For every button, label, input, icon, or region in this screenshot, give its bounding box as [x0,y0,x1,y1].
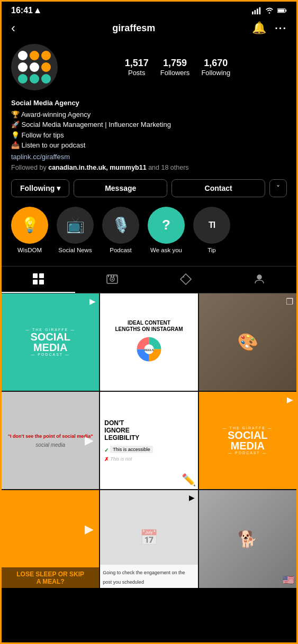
post-5[interactable]: DON'TIGNORELEGIBILITY ✓ This is accessib… [100,392,197,489]
svg-marker-0 [35,8,40,13]
svg-rect-17 [111,275,112,277]
posts-grid: — THE GIRAFFE — SOCIALMEDIA — PODCAST — … [2,293,296,588]
bio-link[interactable]: taplink.cc/giraffesm [11,152,287,162]
post-drawing-bg: 🎨 [199,293,296,391]
message-button[interactable]: Message [74,179,167,197]
play-icon-4: ▶ [85,434,94,447]
avatar-dot-5 [30,62,39,72]
svg-rect-2 [255,10,256,14]
stories-row: 💡 WisDOM 📺 Social News 🎙️ Podcast ? We a… [11,205,287,261]
multi-icon-3: ❐ [286,297,293,307]
tab-tagged[interactable] [149,266,223,293]
notification-bell-icon[interactable]: 🔔 [252,21,266,35]
story-circle-wisdom: 💡 [11,207,48,244]
status-time: 16:41 [11,6,40,15]
post-3[interactable]: 🎨 ❐ [199,293,296,391]
post-9[interactable]: 🐕 🇺🇸 [199,490,296,587]
avatar-dot-8 [30,74,39,84]
reel-play-icon-1: ▶ [89,297,96,306]
stat-following-label: Following [201,69,230,77]
grid-icon [32,273,45,286]
profile-section: 1,517 Posts 1,759 Followers 1,670 Follow… [2,41,296,266]
following-label: Following [20,184,55,192]
post-1[interactable]: — THE GIRAFFE — SOCIALMEDIA — PODCAST — … [2,293,99,391]
story-item-social-news[interactable]: 📺 Social News [57,207,94,253]
stats-row: 1,517 Posts 1,759 Followers 1,670 Follow… [68,58,287,77]
tab-grid[interactable] [2,266,75,293]
svg-rect-18 [113,275,114,277]
story-label-wisdom: WisDOM [17,247,42,253]
story-item-tip[interactable]: TI Tip [193,207,230,253]
more-options-icon[interactable]: ··· [275,22,287,34]
svg-rect-1 [252,12,254,14]
post-6[interactable]: — THE GIRAFFE — SOCIALMEDIA — PODCAST — … [199,392,296,489]
wifi-icon [265,6,274,15]
svg-point-15 [111,278,113,280]
bio: Social Media Agency 🏆 Award-winning Agen… [11,98,287,173]
header-nav: ‹ giraffesm 🔔 ··· [2,17,296,41]
chevron-icon: ▾ [57,184,60,192]
tab-profile-tagged[interactable] [223,266,296,293]
bio-line-3: 💡 Follow for tips [11,130,287,141]
bio-line-1: 🏆 Award-winning Agency [11,109,287,120]
contact-button[interactable]: Contact [171,179,265,197]
story-label-social-news: Social News [58,247,92,253]
story-label-we-ask-you: We ask you [150,247,182,253]
profile-username: giraffesm [112,23,155,34]
dropdown-button[interactable]: ˅ [269,179,287,197]
profile-top: 1,517 Posts 1,759 Followers 1,670 Follow… [11,44,287,90]
svg-rect-10 [39,273,44,278]
avatar-dot-9 [41,74,51,84]
battery-icon [277,6,287,15]
flag-icon: 🇺🇸 [283,574,294,586]
post-8[interactable]: 📅 Going to check the engagement on the p… [100,490,197,587]
tab-bar [2,266,296,293]
tagged-icon [179,273,192,286]
story-circle-podcast: 🎙️ [102,207,139,244]
bio-followed-names: canadian.in.the.uk, mummyb11 [48,164,146,171]
bio-line-4: 📥 Listen to our podcast [11,140,287,151]
back-button[interactable]: ‹ [11,21,15,35]
bio-name: Social Media Agency [11,98,287,108]
header-icons: 🔔 ··· [252,21,287,35]
svg-text:REELS: REELS [144,349,154,352]
story-item-wisdom[interactable]: 💡 WisDOM [11,207,48,253]
avatar-dot-7 [18,74,28,84]
following-button[interactable]: Following ▾ [11,179,69,197]
stat-posts-value: 1,517 [125,58,149,69]
phone-frame: 16:41 [0,0,298,644]
post-7[interactable]: LOSE SLEEP OR SKIPA MEAL? ▶ [2,490,99,587]
svg-rect-11 [33,280,38,284]
svg-rect-3 [257,8,258,14]
svg-rect-4 [259,7,261,15]
svg-rect-16 [108,275,109,277]
avatar-dot-2 [30,51,39,60]
svg-point-20 [257,275,261,279]
post-4[interactable]: "I don't see the point of social media" … [2,392,99,489]
bio-line-2: 🚀 Social Media Management | Influencer M… [11,119,287,130]
profile-tagged-icon [253,273,266,286]
avatar [11,44,58,90]
svg-rect-8 [278,9,284,12]
svg-rect-7 [285,10,286,12]
play-icon-7: ▶ [85,522,94,536]
story-circle-we-ask-you: ? [148,207,185,244]
avatar-dot-6 [41,62,51,72]
stat-posts[interactable]: 1,517 Posts [125,58,149,77]
story-item-podcast[interactable]: 🎙️ Podcast [102,207,139,253]
avatar-dot-1 [18,51,28,60]
signal-icon [252,6,261,15]
avatar-dots [18,51,51,84]
reels-icon [106,273,119,286]
stat-following[interactable]: 1,670 Following [201,58,230,77]
tab-reels[interactable] [75,266,149,293]
story-item-we-ask-you[interactable]: ? We ask you [148,207,185,253]
post-2[interactable]: IDEAL CONTENTLENGTHS ON INSTAGRAM REELS [100,293,197,391]
reel-icon-8: ▶ [189,493,195,502]
pie-chart: REELS [134,335,164,364]
stat-followers-value: 1,759 [163,58,187,69]
svg-rect-9 [33,273,38,278]
schedule-icon: 📅 [140,529,158,546]
status-icons [252,6,287,15]
stat-followers[interactable]: 1,759 Followers [160,58,190,77]
